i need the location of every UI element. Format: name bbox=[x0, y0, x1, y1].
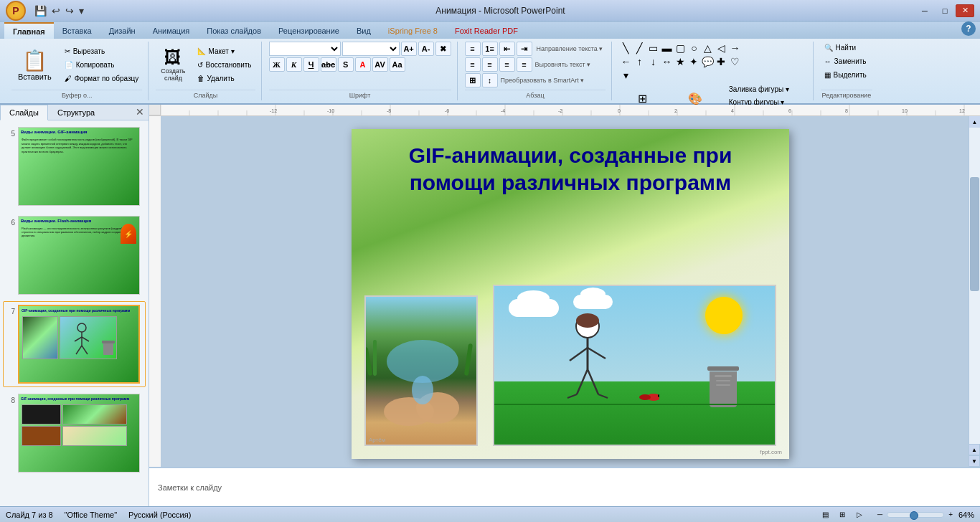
align-center-button[interactable]: ≡ bbox=[482, 57, 498, 72]
zoom-level[interactable]: 64% bbox=[958, 511, 974, 519]
redo-button[interactable]: ↪ bbox=[64, 4, 75, 18]
columns-button[interactable]: ⊞ bbox=[465, 73, 481, 87]
slide-item-5[interactable]: 5 Виды анимации. GIF-анимация Файл предс… bbox=[3, 123, 146, 209]
office-button[interactable]: P bbox=[6, 1, 26, 21]
help-button[interactable]: ? bbox=[961, 22, 976, 36]
shape-heart[interactable]: ♡ bbox=[728, 55, 741, 68]
delete-button[interactable]: 🗑 Удалить bbox=[194, 72, 255, 85]
shape-star4[interactable]: ✦ bbox=[687, 55, 700, 68]
select-button[interactable]: ▦ Выделить bbox=[821, 69, 870, 81]
save-button[interactable]: 💾 bbox=[33, 4, 48, 18]
prev-slide-button[interactable]: ▲ bbox=[969, 444, 980, 455]
underline-button[interactable]: Ч bbox=[303, 57, 319, 72]
shape-rounded[interactable]: ▢ bbox=[674, 42, 687, 54]
zoom-slider[interactable] bbox=[887, 512, 944, 518]
tab-animation[interactable]: Анимация bbox=[144, 22, 199, 39]
slide-sorter-button[interactable]: ⊞ bbox=[835, 509, 849, 521]
zoom-in-button[interactable]: + bbox=[946, 510, 955, 519]
slide-item-7[interactable]: 7 GIF-анимации, созданные при помощи раз… bbox=[3, 301, 146, 387]
layout-button[interactable]: 📐 Макет ▾ bbox=[194, 45, 255, 57]
numbering-button[interactable]: 1≡ bbox=[482, 42, 498, 56]
justify-button[interactable]: ≡ bbox=[517, 57, 532, 72]
align-text-button[interactable]: Выровнять текст ▾ bbox=[534, 61, 593, 68]
scrollbar-vertical[interactable]: ▲ ▼ bbox=[969, 116, 980, 467]
next-slide-button[interactable]: ▼ bbox=[969, 455, 980, 467]
shape-rect[interactable]: ▭ bbox=[646, 42, 659, 54]
shape-rtriangle[interactable]: ◁ bbox=[715, 42, 727, 54]
strikethrough-button[interactable]: abc bbox=[321, 57, 336, 72]
normal-view-button[interactable]: ▤ bbox=[818, 509, 832, 521]
font-grow-button[interactable]: A+ bbox=[401, 42, 417, 56]
close-button[interactable]: ✕ bbox=[956, 4, 974, 17]
shape-oval[interactable]: ○ bbox=[687, 42, 700, 54]
slide-item-6[interactable]: 6 Виды анимации. Flash-анимация Flash-ан… bbox=[3, 212, 146, 298]
shape-arrow-l[interactable]: ← bbox=[619, 55, 632, 68]
tab-structure[interactable]: Структура bbox=[48, 105, 104, 120]
tab-insert[interactable]: Вставка bbox=[54, 22, 100, 39]
fontcolor-button[interactable]: A bbox=[355, 57, 371, 72]
customize-button[interactable]: ▾ bbox=[77, 4, 85, 18]
line-spacing-button[interactable]: ↕ bbox=[482, 73, 498, 87]
shape-line[interactable]: ╲ bbox=[619, 42, 632, 54]
slide-item-8[interactable]: 8 GIF-анимации, созданные при помощи раз… bbox=[3, 390, 146, 476]
slideshow-button[interactable]: ▷ bbox=[852, 509, 867, 521]
font-size-select[interactable] bbox=[342, 42, 400, 56]
copy-button[interactable]: 📄Копировать bbox=[61, 59, 143, 71]
shape-rect2[interactable]: ▬ bbox=[660, 42, 673, 54]
zoom-slider-thumb[interactable] bbox=[910, 511, 918, 520]
shape-callout[interactable]: 💬 bbox=[701, 55, 714, 68]
worm-item bbox=[638, 393, 659, 403]
restore-button[interactable]: ↺ Восстановить bbox=[194, 59, 255, 71]
shadow-button[interactable]: S bbox=[338, 57, 354, 72]
align-left-button[interactable]: ≡ bbox=[465, 57, 481, 72]
shape-arrow-u[interactable]: ↑ bbox=[633, 55, 646, 68]
italic-button[interactable]: К bbox=[286, 57, 302, 72]
cut-button[interactable]: ✂Вырезать bbox=[61, 45, 143, 57]
maximize-button[interactable]: □ bbox=[936, 4, 954, 17]
find-button[interactable]: 🔍 Найти bbox=[821, 42, 860, 54]
decrease-indent-button[interactable]: ⇤ bbox=[499, 42, 515, 56]
bullets-button[interactable]: ≡ bbox=[465, 42, 481, 56]
tab-review[interactable]: Рецензирование bbox=[270, 22, 348, 39]
replace-button[interactable]: ↔ Заменить bbox=[821, 55, 870, 67]
notes-area[interactable]: Заметки к слайду bbox=[149, 467, 980, 506]
text-direction-button[interactable]: Направление текста ▾ bbox=[534, 45, 606, 52]
new-slide-button[interactable]: 🖼 Создатьслайд bbox=[156, 45, 190, 85]
case-button[interactable]: Аа bbox=[390, 57, 405, 72]
smartart-button[interactable]: Преобразовать в SmartArt ▾ bbox=[499, 77, 586, 84]
shape-triangle[interactable]: △ bbox=[701, 42, 714, 54]
paste-button[interactable]: 📋 Вставить bbox=[11, 45, 58, 85]
minimize-button[interactable]: ─ bbox=[915, 4, 934, 17]
increase-indent-button[interactable]: ⇥ bbox=[517, 42, 532, 56]
fill-shape-button[interactable]: Заливка фигуры ▾ bbox=[725, 83, 807, 95]
scroll-up-button[interactable]: ▲ bbox=[969, 116, 980, 128]
shape-more[interactable]: ▾ bbox=[619, 69, 632, 82]
undo-button[interactable]: ↩ bbox=[50, 4, 62, 18]
bold-button[interactable]: Ж bbox=[269, 57, 285, 72]
slide-viewport[interactable]: GIF-анимации, созданные при помощи разли… bbox=[161, 116, 980, 467]
panel-close-button[interactable]: ✕ bbox=[131, 105, 149, 120]
shape-arrow-d[interactable]: ↓ bbox=[646, 55, 659, 68]
shape-plus[interactable]: ✚ bbox=[715, 55, 727, 68]
font-spacing-button[interactable]: AV bbox=[372, 57, 388, 72]
shape-line2[interactable]: ╱ bbox=[633, 42, 646, 54]
font-shrink-button[interactable]: A- bbox=[418, 42, 434, 56]
font-face-select[interactable] bbox=[269, 42, 341, 56]
shape-arrow-r[interactable]: → bbox=[728, 42, 741, 54]
tab-design[interactable]: Дизайн bbox=[100, 22, 144, 39]
tab-ispring[interactable]: iSpring Free 8 bbox=[380, 22, 446, 39]
tab-slides[interactable]: Слайды bbox=[0, 105, 48, 120]
tab-foxit[interactable]: Foxit Reader PDF bbox=[446, 22, 527, 39]
zoom-out-button[interactable]: ─ bbox=[875, 510, 885, 519]
shape-arrow-2[interactable]: ↔ bbox=[660, 55, 673, 68]
tab-home[interactable]: Главная bbox=[4, 22, 54, 39]
tab-view[interactable]: Вид bbox=[348, 22, 380, 39]
clear-format-button[interactable]: ✖ bbox=[435, 42, 451, 56]
slide-canvas[interactable]: GIF-анимации, созданные при помощи разли… bbox=[352, 129, 789, 459]
align-right-button[interactable]: ≡ bbox=[499, 57, 515, 72]
tab-slideshow[interactable]: Показ слайдов bbox=[198, 22, 270, 39]
shape-star5[interactable]: ★ bbox=[674, 55, 687, 68]
scroll-thumb[interactable] bbox=[970, 177, 979, 292]
format-painter-button[interactable]: 🖌Формат по образцу bbox=[61, 72, 143, 85]
group-drawing: ╲ ╱ ▭ ▬ ▢ ○ △ ◁ → ← ↑ ↓ ↔ ★ ✦ 💬 ✚ bbox=[613, 42, 813, 100]
